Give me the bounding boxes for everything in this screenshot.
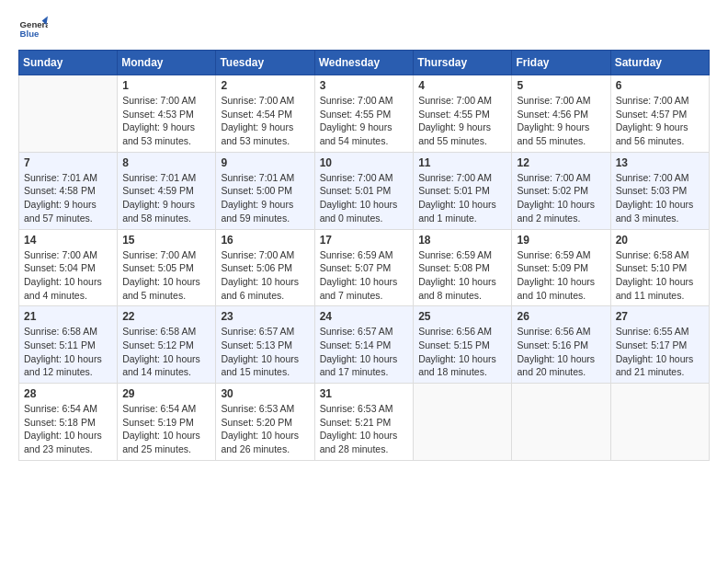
svg-text:Blue: Blue bbox=[20, 29, 40, 39]
day-number: 15 bbox=[122, 234, 210, 247]
day-detail: Sunrise: 6:59 AM Sunset: 5:08 PM Dayligh… bbox=[418, 248, 506, 303]
day-detail: Sunrise: 6:55 AM Sunset: 5:17 PM Dayligh… bbox=[616, 325, 704, 379]
day-number: 1 bbox=[122, 79, 210, 92]
week-row-2: 14Sunrise: 7:00 AM Sunset: 5:04 PM Dayli… bbox=[19, 229, 710, 306]
day-detail: Sunrise: 7:00 AM Sunset: 5:01 PM Dayligh… bbox=[418, 171, 506, 225]
calendar-cell: 17Sunrise: 6:59 AM Sunset: 5:07 PM Dayli… bbox=[314, 229, 414, 306]
day-detail: Sunrise: 6:53 AM Sunset: 5:21 PM Dayligh… bbox=[320, 402, 409, 456]
day-detail: Sunrise: 6:56 AM Sunset: 5:16 PM Dayligh… bbox=[517, 325, 605, 379]
day-detail: Sunrise: 7:00 AM Sunset: 5:03 PM Dayligh… bbox=[616, 171, 704, 225]
day-number: 20 bbox=[616, 234, 704, 247]
day-number: 2 bbox=[221, 79, 309, 92]
calendar-cell: 2Sunrise: 7:00 AM Sunset: 4:54 PM Daylig… bbox=[216, 75, 314, 153]
week-row-3: 21Sunrise: 6:58 AM Sunset: 5:11 PM Dayli… bbox=[19, 306, 710, 384]
day-detail: Sunrise: 7:00 AM Sunset: 5:06 PM Dayligh… bbox=[221, 248, 309, 303]
header-saturday: Saturday bbox=[610, 51, 709, 75]
day-detail: Sunrise: 6:58 AM Sunset: 5:12 PM Dayligh… bbox=[122, 325, 210, 379]
day-detail: Sunrise: 7:00 AM Sunset: 4:55 PM Dayligh… bbox=[418, 94, 506, 148]
week-row-4: 28Sunrise: 6:54 AM Sunset: 5:18 PM Dayli… bbox=[19, 384, 710, 461]
day-number: 24 bbox=[320, 310, 409, 323]
day-number: 5 bbox=[517, 79, 605, 92]
calendar-cell: 25Sunrise: 6:56 AM Sunset: 5:15 PM Dayli… bbox=[414, 306, 512, 384]
header-wednesday: Wednesday bbox=[314, 51, 414, 75]
day-number: 16 bbox=[221, 234, 309, 247]
header-tuesday: Tuesday bbox=[216, 51, 314, 75]
calendar-cell: 26Sunrise: 6:56 AM Sunset: 5:16 PM Dayli… bbox=[512, 306, 610, 384]
calendar-cell: 14Sunrise: 7:00 AM Sunset: 5:04 PM Dayli… bbox=[19, 229, 118, 306]
day-detail: Sunrise: 7:01 AM Sunset: 4:58 PM Dayligh… bbox=[24, 171, 112, 225]
day-number: 8 bbox=[122, 156, 210, 169]
calendar-cell bbox=[610, 384, 709, 461]
calendar-cell: 10Sunrise: 7:00 AM Sunset: 5:01 PM Dayli… bbox=[314, 152, 414, 229]
header-friday: Friday bbox=[512, 51, 610, 75]
calendar-cell: 15Sunrise: 7:00 AM Sunset: 5:05 PM Dayli… bbox=[118, 229, 216, 306]
calendar-cell: 31Sunrise: 6:53 AM Sunset: 5:21 PM Dayli… bbox=[314, 384, 414, 461]
day-detail: Sunrise: 7:00 AM Sunset: 4:53 PM Dayligh… bbox=[122, 94, 210, 148]
calendar-cell: 3Sunrise: 7:00 AM Sunset: 4:55 PM Daylig… bbox=[314, 75, 414, 153]
day-detail: Sunrise: 6:57 AM Sunset: 5:13 PM Dayligh… bbox=[221, 325, 309, 379]
calendar-cell: 18Sunrise: 6:59 AM Sunset: 5:08 PM Dayli… bbox=[414, 229, 512, 306]
calendar-cell bbox=[512, 384, 610, 461]
logo: General Blue bbox=[18, 15, 48, 44]
header-thursday: Thursday bbox=[414, 51, 512, 75]
day-number: 4 bbox=[418, 79, 506, 92]
day-detail: Sunrise: 6:58 AM Sunset: 5:11 PM Dayligh… bbox=[24, 325, 112, 379]
page-header: General Blue bbox=[18, 15, 710, 44]
day-number: 12 bbox=[517, 156, 605, 169]
day-detail: Sunrise: 7:00 AM Sunset: 4:56 PM Dayligh… bbox=[517, 94, 605, 148]
header-sunday: Sunday bbox=[19, 51, 118, 75]
day-number: 3 bbox=[320, 79, 409, 92]
day-detail: Sunrise: 6:53 AM Sunset: 5:20 PM Dayligh… bbox=[221, 402, 309, 456]
calendar-cell: 1Sunrise: 7:00 AM Sunset: 4:53 PM Daylig… bbox=[118, 75, 216, 153]
day-number: 27 bbox=[616, 310, 704, 323]
calendar-cell: 12Sunrise: 7:00 AM Sunset: 5:02 PM Dayli… bbox=[512, 152, 610, 229]
calendar-cell: 22Sunrise: 6:58 AM Sunset: 5:12 PM Dayli… bbox=[118, 306, 216, 384]
day-detail: Sunrise: 6:54 AM Sunset: 5:19 PM Dayligh… bbox=[122, 402, 210, 456]
day-detail: Sunrise: 7:00 AM Sunset: 5:01 PM Dayligh… bbox=[320, 171, 409, 225]
day-number: 26 bbox=[517, 310, 605, 323]
day-number: 29 bbox=[122, 387, 210, 400]
calendar-cell: 30Sunrise: 6:53 AM Sunset: 5:20 PM Dayli… bbox=[216, 384, 314, 461]
calendar-cell: 21Sunrise: 6:58 AM Sunset: 5:11 PM Dayli… bbox=[19, 306, 118, 384]
calendar-cell: 11Sunrise: 7:00 AM Sunset: 5:01 PM Dayli… bbox=[414, 152, 512, 229]
week-row-0: 1Sunrise: 7:00 AM Sunset: 4:53 PM Daylig… bbox=[19, 75, 710, 153]
calendar-header-row: SundayMondayTuesdayWednesdayThursdayFrid… bbox=[19, 51, 710, 75]
day-detail: Sunrise: 7:01 AM Sunset: 4:59 PM Dayligh… bbox=[122, 171, 210, 225]
day-detail: Sunrise: 6:59 AM Sunset: 5:07 PM Dayligh… bbox=[320, 248, 409, 303]
calendar-table: SundayMondayTuesdayWednesdayThursdayFrid… bbox=[18, 50, 710, 461]
day-number: 10 bbox=[320, 156, 409, 169]
day-number: 7 bbox=[24, 156, 112, 169]
day-number: 22 bbox=[122, 310, 210, 323]
calendar-cell: 23Sunrise: 6:57 AM Sunset: 5:13 PM Dayli… bbox=[216, 306, 314, 384]
day-number: 14 bbox=[24, 234, 112, 247]
day-number: 28 bbox=[24, 387, 112, 400]
day-detail: Sunrise: 7:00 AM Sunset: 4:55 PM Dayligh… bbox=[320, 94, 409, 148]
day-number: 9 bbox=[221, 156, 309, 169]
calendar-cell: 20Sunrise: 6:58 AM Sunset: 5:10 PM Dayli… bbox=[610, 229, 709, 306]
calendar-cell: 7Sunrise: 7:01 AM Sunset: 4:58 PM Daylig… bbox=[19, 152, 118, 229]
day-detail: Sunrise: 6:56 AM Sunset: 5:15 PM Dayligh… bbox=[418, 325, 506, 379]
day-detail: Sunrise: 6:54 AM Sunset: 5:18 PM Dayligh… bbox=[24, 402, 112, 456]
day-number: 31 bbox=[320, 387, 409, 400]
calendar-cell bbox=[414, 384, 512, 461]
calendar-cell: 8Sunrise: 7:01 AM Sunset: 4:59 PM Daylig… bbox=[118, 152, 216, 229]
day-detail: Sunrise: 7:00 AM Sunset: 5:02 PM Dayligh… bbox=[517, 171, 605, 225]
day-number: 18 bbox=[418, 234, 506, 247]
calendar-cell: 13Sunrise: 7:00 AM Sunset: 5:03 PM Dayli… bbox=[610, 152, 709, 229]
day-detail: Sunrise: 6:57 AM Sunset: 5:14 PM Dayligh… bbox=[320, 325, 409, 379]
week-row-1: 7Sunrise: 7:01 AM Sunset: 4:58 PM Daylig… bbox=[19, 152, 710, 229]
calendar-cell: 19Sunrise: 6:59 AM Sunset: 5:09 PM Dayli… bbox=[512, 229, 610, 306]
day-number: 25 bbox=[418, 310, 506, 323]
day-number: 23 bbox=[221, 310, 309, 323]
day-detail: Sunrise: 6:59 AM Sunset: 5:09 PM Dayligh… bbox=[517, 248, 605, 303]
day-number: 13 bbox=[616, 156, 704, 169]
calendar-cell: 28Sunrise: 6:54 AM Sunset: 5:18 PM Dayli… bbox=[19, 384, 118, 461]
day-number: 30 bbox=[221, 387, 309, 400]
calendar-cell: 16Sunrise: 7:00 AM Sunset: 5:06 PM Dayli… bbox=[216, 229, 314, 306]
calendar-cell: 9Sunrise: 7:01 AM Sunset: 5:00 PM Daylig… bbox=[216, 152, 314, 229]
day-number: 11 bbox=[418, 156, 506, 169]
calendar-cell: 4Sunrise: 7:00 AM Sunset: 4:55 PM Daylig… bbox=[414, 75, 512, 153]
calendar-cell: 29Sunrise: 6:54 AM Sunset: 5:19 PM Dayli… bbox=[118, 384, 216, 461]
day-detail: Sunrise: 7:00 AM Sunset: 4:57 PM Dayligh… bbox=[616, 94, 704, 148]
day-number: 17 bbox=[320, 234, 409, 247]
